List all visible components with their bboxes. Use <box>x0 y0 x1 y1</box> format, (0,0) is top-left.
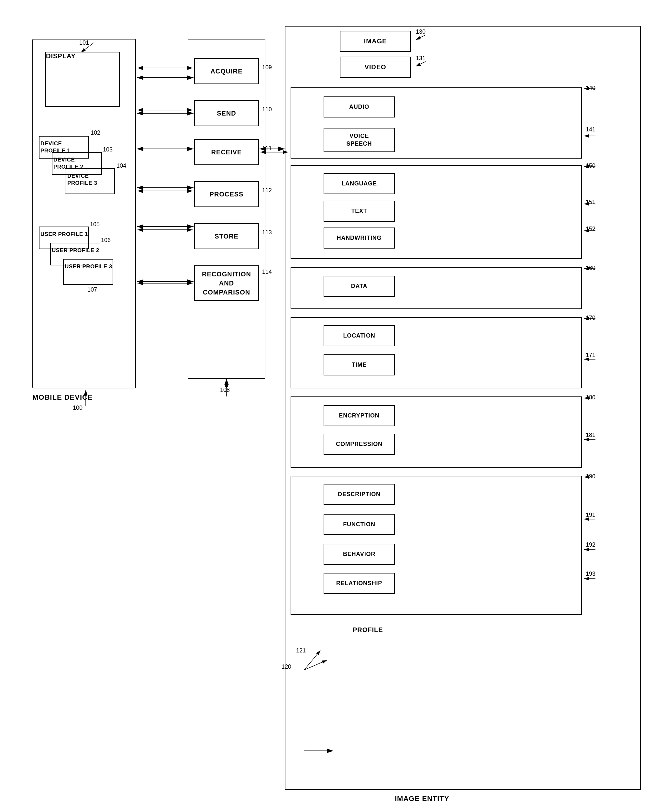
ref-109: 109 <box>262 64 272 71</box>
recognition-label: RECOGNITIONANDCOMPARISON <box>202 270 251 297</box>
ref-101-arrow <box>74 39 100 56</box>
display-box: DISPLAY <box>45 52 120 107</box>
diagram-container: DISPLAY 101 DEVICEPROFILE 1 DEVICEPROFIL… <box>13 13 654 802</box>
ref-150-arrow <box>583 162 602 170</box>
process-column-box <box>188 39 265 379</box>
ref-105: 105 <box>90 221 100 228</box>
image-label: IMAGE <box>364 38 387 45</box>
profile-label: PROFILE <box>353 626 383 634</box>
process-label: PROCESS <box>210 190 244 198</box>
svg-line-11 <box>81 43 94 52</box>
ref-100-arrow <box>73 387 105 409</box>
location-label: LOCATION <box>343 332 375 339</box>
audio-box: AUDIO <box>324 97 395 118</box>
video-label: VIDEO <box>364 64 386 71</box>
description-box: DESCRIPTION <box>324 484 395 505</box>
arrow-receive-entity <box>259 147 291 157</box>
user-profile-3-label: USER PROFILE 3 <box>65 263 112 270</box>
ref-141-arrow <box>583 133 599 139</box>
ref-152-arrow <box>583 228 599 234</box>
device-profile-3-label: DEVICEPROFILE 3 <box>67 172 97 187</box>
time-box: TIME <box>324 354 395 375</box>
user-profile-1-label: USER PROFILE 1 <box>41 231 88 238</box>
description-label: DESCRIPTION <box>338 491 380 498</box>
svg-line-14 <box>416 35 426 40</box>
display-label: DISPLAY <box>46 52 76 59</box>
data-box: DATA <box>324 276 395 297</box>
image-box: IMAGE <box>340 31 411 52</box>
send-label: SEND <box>217 109 236 118</box>
time-label: TIME <box>352 362 367 368</box>
handwriting-box: HANDWRITING <box>324 228 395 249</box>
send-box: SEND <box>194 100 259 126</box>
text-box: TEXT <box>324 201 395 222</box>
arrow-send <box>136 105 196 115</box>
ref-191-arrow <box>583 516 599 522</box>
ref-112: 112 <box>262 187 272 194</box>
receive-box: RECEIVE <box>194 139 259 165</box>
ref-103: 103 <box>103 146 113 153</box>
language-label: LANGUAGE <box>341 180 377 187</box>
svg-line-31 <box>304 660 327 670</box>
ref-108-arrow <box>220 380 239 400</box>
ref-160-arrow <box>583 265 602 273</box>
ref-102: 102 <box>91 129 100 136</box>
data-label: DATA <box>351 283 368 290</box>
text-label: TEXT <box>351 208 367 214</box>
language-box: LANGUAGE <box>324 173 395 194</box>
ref-110: 110 <box>262 106 272 113</box>
video-box: VIDEO <box>340 57 411 78</box>
function-label: FUNCTION <box>343 521 375 528</box>
ref-141: 141 <box>586 126 595 133</box>
behavior-label: BEHAVIOR <box>343 551 375 558</box>
ref-180-arrow <box>583 394 602 402</box>
relationship-box: RELATIONSHIP <box>324 573 395 594</box>
ref-113: 113 <box>262 229 272 236</box>
behavior-box: BEHAVIOR <box>324 544 395 565</box>
ref-151-arrow <box>583 201 599 207</box>
voice-speech-box: VOICESPEECH <box>324 128 395 152</box>
ref-106: 106 <box>101 237 111 244</box>
ref-171-arrow <box>583 356 599 362</box>
ref-170-arrow <box>583 314 602 323</box>
ref-130-arrow <box>413 28 432 41</box>
encryption-box: ENCRYPTION <box>324 405 395 426</box>
process-box: PROCESS <box>194 181 259 207</box>
arrow-store <box>136 225 196 235</box>
svg-line-15 <box>416 62 426 66</box>
voice-speech-label: VOICESPEECH <box>347 133 372 147</box>
acquire-box: ACQUIRE <box>194 58 259 84</box>
compression-box: COMPRESSION <box>324 434 395 455</box>
arrow-recognition <box>136 278 196 288</box>
ref-120-121-arrows <box>278 644 337 676</box>
image-entity-label: IMAGE ENTITY <box>395 794 449 803</box>
ref-114: 114 <box>262 268 272 275</box>
arrow-process <box>136 186 196 196</box>
recognition-box: RECOGNITIONANDCOMPARISON <box>194 265 259 301</box>
arrow-acquire <box>136 63 196 73</box>
audio-label: AUDIO <box>349 103 369 110</box>
ref-192-arrow <box>583 546 599 553</box>
user-profile-2-label: USER PROFILE 2 <box>52 247 99 254</box>
location-box: LOCATION <box>324 325 395 346</box>
arrow-receive <box>136 144 196 154</box>
encryption-label: ENCRYPTION <box>339 412 379 419</box>
compression-label: COMPRESSION <box>336 441 383 448</box>
ref-193-arrow <box>583 575 599 582</box>
store-box: STORE <box>194 223 259 249</box>
handwriting-label: HANDWRITING <box>337 235 382 241</box>
acquire-label: ACQUIRE <box>210 67 242 75</box>
function-box: FUNCTION <box>324 514 395 535</box>
receive-label: RECEIVE <box>211 148 242 156</box>
ref-190-arrow <box>583 473 602 481</box>
ref-104: 104 <box>116 162 126 169</box>
ref-131-arrow <box>413 55 432 68</box>
user-profile-3-box <box>63 259 113 285</box>
svg-line-30 <box>304 650 320 670</box>
ref-140-arrow <box>583 85 602 93</box>
ref-181-arrow <box>583 436 599 443</box>
ref-107: 107 <box>87 286 97 293</box>
relationship-label: RELATIONSHIP <box>336 580 382 587</box>
store-label: STORE <box>215 232 239 241</box>
